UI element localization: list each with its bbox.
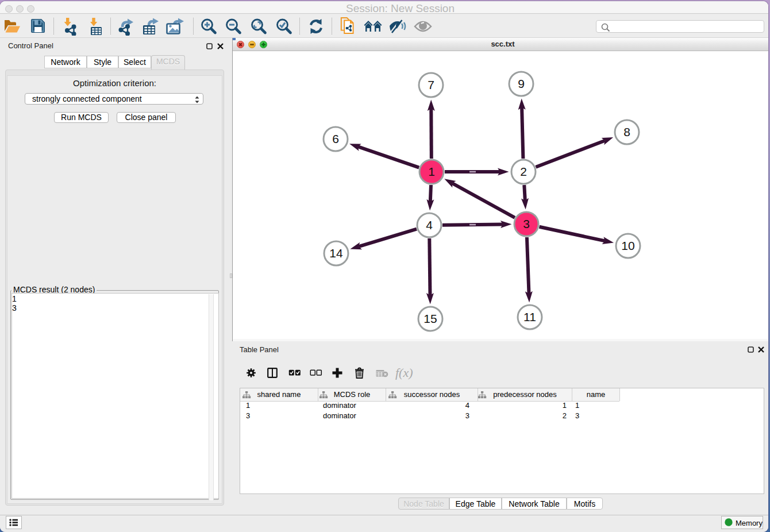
svg-text:6: 6 [332,132,339,145]
svg-text:1: 1 [428,165,435,178]
svg-text:14: 14 [329,246,343,260]
svg-text:15: 15 [424,312,437,325]
svg-text:3: 3 [523,217,530,230]
svg-text:10: 10 [621,239,634,252]
svg-text:8: 8 [623,125,630,138]
svg-text:11: 11 [523,310,536,323]
svg-text:4: 4 [426,218,433,232]
svg-text:2: 2 [520,165,527,178]
svg-text:7: 7 [428,78,434,91]
svg-text:9: 9 [518,77,525,90]
